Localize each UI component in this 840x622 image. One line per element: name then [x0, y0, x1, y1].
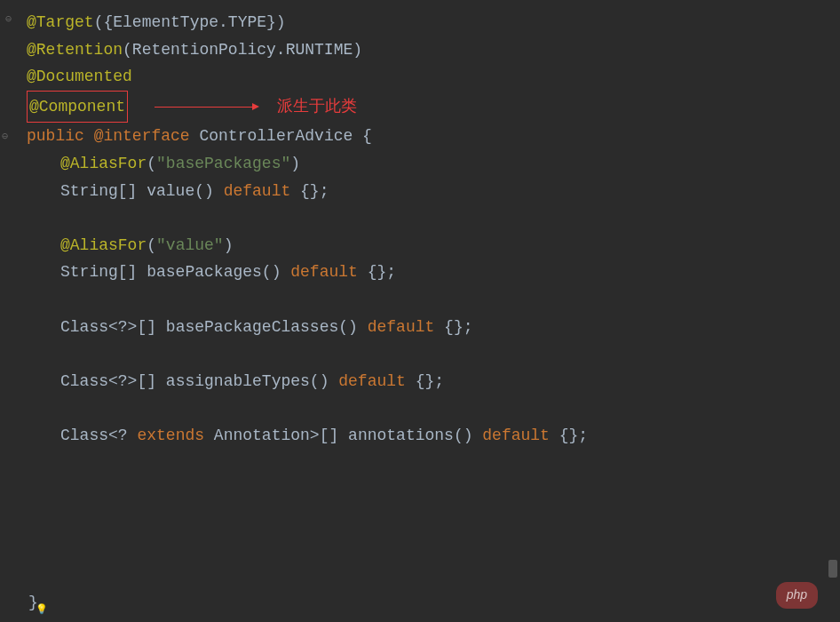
parens: (): [338, 318, 367, 336]
braces: {};: [550, 427, 588, 444]
annotation: @Target: [27, 13, 94, 31]
code-line: Class<?>[] assignableTypes() default {};: [27, 368, 840, 395]
keyword-default: default: [482, 427, 550, 444]
keyword-default: default: [290, 263, 358, 281]
blank-line: [27, 340, 840, 368]
braces: {};: [358, 263, 396, 281]
code-line: @Documented: [27, 63, 840, 91]
lightbulb-icon[interactable]: 💡: [36, 602, 48, 618]
code-line: public @interface ControllerAdvice {: [27, 123, 840, 150]
keyword-default: default: [368, 318, 435, 336]
method-name: basePackageClasses: [166, 318, 338, 336]
string-literal: "value": [156, 236, 224, 254]
string-literal: "basePackages": [156, 155, 290, 172]
scrollbar-thumb[interactable]: [828, 560, 837, 578]
highlighted-annotation-box: @Component: [27, 91, 128, 124]
gutter: ⊖ ⊖: [0, 0, 22, 622]
braces: {};: [290, 182, 329, 200]
comment-text: 派生于此类: [277, 98, 357, 116]
method-name: value: [147, 182, 194, 200]
parens: (): [262, 263, 290, 281]
annotation-component: @Component: [29, 98, 125, 116]
arrow-annotation: [128, 103, 259, 110]
type: Class<?>[]: [60, 318, 166, 336]
code-line: @Target({ElementType.TYPE}): [27, 9, 840, 36]
code-editor[interactable]: @Target({ElementType.TYPE}) @Retention(R…: [0, 9, 840, 450]
code-line: @Component派生于此类: [27, 91, 840, 124]
blank-line: [27, 286, 840, 314]
watermark: php: [776, 582, 818, 609]
method-name: assignableTypes: [166, 372, 310, 390]
code-line: String[] basePackages() default {};: [27, 259, 840, 286]
fold-icon[interactable]: ⊖: [2, 128, 8, 146]
keyword-interface: @interface: [94, 127, 190, 145]
method-name: annotations: [348, 427, 454, 444]
annotation: @Documented: [27, 68, 132, 85]
code-text: (RetentionPolicy.RUNTIME): [123, 41, 362, 59]
code-line: @Retention(RetentionPolicy.RUNTIME): [27, 36, 840, 64]
type: String[]: [60, 182, 147, 200]
annotation: @AliasFor: [60, 236, 147, 254]
annotation: @Retention: [27, 41, 123, 59]
type-prefix: Class<?: [60, 427, 137, 444]
brace: {: [353, 127, 372, 145]
parens: (): [454, 427, 482, 444]
keyword-default: default: [338, 372, 406, 390]
keyword-public: public: [27, 127, 84, 145]
braces: {};: [406, 372, 444, 390]
code-line: String[] value() default {};: [27, 178, 840, 205]
method-name: basePackages: [147, 263, 262, 281]
code-text: ({ElementType.TYPE}): [94, 13, 286, 31]
code-line: Class<?>[] basePackageClasses() default …: [27, 314, 840, 341]
parens: (): [194, 182, 223, 200]
parens: (): [310, 372, 338, 390]
blank-line: [27, 395, 840, 422]
code-line: @AliasFor("basePackages"): [27, 150, 840, 178]
type: String[]: [60, 263, 147, 281]
braces: {};: [434, 318, 472, 336]
type: Class<?>[]: [60, 372, 166, 390]
keyword-default: default: [224, 182, 291, 200]
code-line: @AliasFor("value"): [27, 232, 840, 259]
annotation: @AliasFor: [60, 155, 147, 172]
code-line: Class<? extends Annotation>[] annotation…: [27, 422, 840, 450]
class-name: ControllerAdvice: [199, 127, 353, 145]
keyword-extends: extends: [137, 427, 204, 444]
type-suffix: Annotation>[]: [204, 427, 348, 444]
fold-icon[interactable]: ⊖: [5, 11, 12, 28]
blank-line: [27, 204, 840, 232]
